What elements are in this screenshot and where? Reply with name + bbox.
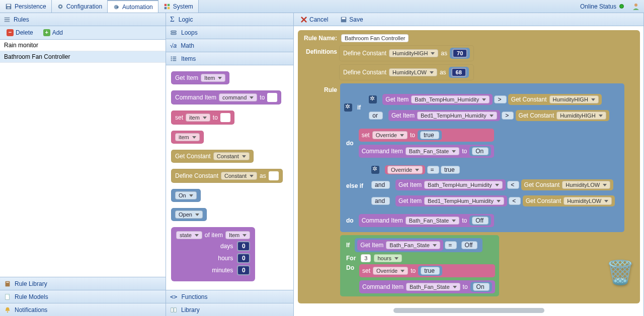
dropdown-var[interactable]: Override: [372, 131, 408, 139]
palette-blocks[interactable]: Get Item Item Command Item command to se…: [166, 65, 293, 290]
editor-canvas[interactable]: Rule Name: Bathroom Fan Controller Defin…: [294, 26, 643, 316]
delete-button[interactable]: − Delete: [3, 28, 37, 38]
block-set[interactable]: set item to: [171, 111, 234, 125]
dropdown-open[interactable]: Open: [175, 210, 203, 219]
val-true[interactable]: true: [441, 166, 460, 174]
add-button[interactable]: + Add: [40, 28, 66, 38]
get-item[interactable]: Get ItemBed1_TempHum_Humidity: [388, 110, 500, 121]
op-lt[interactable]: <: [509, 197, 521, 205]
cmd-fan-off[interactable]: Command Item Bath_Fan_State to Off: [359, 214, 494, 227]
save-button[interactable]: Save: [337, 15, 366, 25]
block-get-constant[interactable]: Get Constant Constant: [171, 150, 254, 163]
for-num[interactable]: 3: [361, 254, 371, 262]
dropdown-item[interactable]: Bed1_TempHum_Humidity: [424, 197, 504, 205]
nav-rule-models[interactable]: Rule Models: [0, 290, 166, 303]
get-const[interactable]: Get ConstantHumidityHIGH: [508, 94, 602, 105]
timer-block[interactable]: If Get ItemBath_Fan_State = Off For 3 ho…: [340, 235, 499, 296]
block-state[interactable]: state of item Item days0 hours0 minutes0: [171, 227, 255, 281]
op-and[interactable]: and: [371, 197, 390, 205]
compare-row[interactable]: Override = true: [382, 164, 462, 176]
dropdown-state[interactable]: state: [176, 231, 202, 239]
val-on[interactable]: On: [473, 283, 490, 291]
set-override[interactable]: set Override to true: [359, 129, 495, 142]
num-input[interactable]: 0: [237, 241, 250, 251]
dropdown-item[interactable]: item: [175, 133, 200, 141]
val-true[interactable]: true: [421, 267, 440, 275]
rulename-input[interactable]: Bathroom Fan Controller: [341, 34, 409, 42]
get-item[interactable]: Get ItemBath_Fan_State: [357, 240, 443, 251]
user-menu[interactable]: [628, 0, 644, 13]
or-group[interactable]: Get ItemBath_TempHum_Humidity > Get Cons…: [366, 88, 614, 127]
gear-icon[interactable]: [371, 166, 379, 174]
dropdown-item[interactable]: Item: [225, 231, 250, 239]
num-input[interactable]: 68: [451, 68, 466, 77]
compare-row[interactable]: Get ItemBath_TempHum_Humidity < Get Cons…: [393, 178, 616, 192]
block-slot[interactable]: [220, 113, 230, 122]
dropdown-item[interactable]: Item: [201, 74, 225, 82]
dropdown-constant[interactable]: Constant: [221, 172, 257, 180]
tab-system[interactable]: System: [158, 0, 199, 13]
dropdown-item[interactable]: Bath_Fan_State: [406, 217, 460, 225]
dropdown-constant[interactable]: Constant: [213, 152, 250, 160]
val-off[interactable]: Off: [461, 241, 478, 249]
cat-library[interactable]: Library: [166, 303, 293, 316]
cat-math[interactable]: √aMath: [166, 39, 293, 52]
rule-item-bathroom[interactable]: Bathroom Fan Controller: [0, 51, 166, 63]
dropdown-const[interactable]: HumidityHIGH: [556, 112, 606, 120]
dropdown-item[interactable]: Bath_TempHum_Humidity: [424, 181, 503, 189]
get-const[interactable]: Get ConstantHumidityHIGH: [516, 110, 609, 121]
cat-functions[interactable]: <> Functions: [166, 290, 293, 303]
block-define-constant[interactable]: Define Constant Constant as: [171, 169, 283, 183]
val-off[interactable]: Off: [472, 217, 489, 225]
cat-loops[interactable]: Loops: [166, 26, 293, 39]
block-slot[interactable]: [267, 93, 277, 102]
if-block[interactable]: if Get ItemBath_TempHum_Humidity > Get C…: [340, 83, 624, 232]
op-and[interactable]: and: [371, 181, 390, 189]
dropdown-item[interactable]: Bath_Fan_State: [386, 241, 440, 249]
dropdown-item[interactable]: Bed1_TempHum_Humidity: [417, 112, 497, 120]
num-input[interactable]: 70: [452, 49, 467, 58]
op-gt[interactable]: >: [502, 112, 514, 120]
get-item[interactable]: Get ItemBed1_TempHum_Humidity: [395, 195, 507, 206]
nav-notifications[interactable]: Notifications: [0, 303, 166, 316]
gear-icon[interactable]: [344, 103, 352, 112]
dropdown-unit[interactable]: hours: [374, 254, 402, 262]
set-override[interactable]: set Override to true: [359, 264, 495, 277]
block-on[interactable]: On: [171, 189, 201, 202]
get-const[interactable]: Get ConstantHumidityLOW: [521, 179, 614, 190]
get-item[interactable]: Get ItemBath_TempHum_Humidity: [382, 94, 493, 105]
compare-row[interactable]: Get ItemBath_TempHum_Humidity > Get Cons…: [380, 92, 604, 107]
def-const-low[interactable]: Define Constant HumidityLOW as 68: [339, 64, 474, 80]
rule-item-rain[interactable]: Rain monitor: [0, 40, 166, 51]
def-const-high[interactable]: Define Constant HumidityHIGH as 70: [339, 45, 474, 61]
cmd-fan-on[interactable]: Command Item Bath_Fan_State to On: [359, 145, 495, 158]
tab-automation[interactable]: Automation: [108, 0, 158, 13]
get-item[interactable]: Get ItemBath_TempHum_Humidity: [395, 179, 506, 190]
cmd-fan-on[interactable]: Command Item Bath_Fan_State to On: [359, 280, 495, 293]
cat-items[interactable]: Items: [166, 52, 293, 65]
compare-row[interactable]: Get ItemBed1_TempHum_Humidity > Get Cons…: [386, 109, 612, 123]
dropdown-item[interactable]: Bath_Fan_State: [406, 147, 460, 155]
dropdown-item[interactable]: item: [186, 114, 210, 122]
num-input[interactable]: 0: [237, 265, 250, 275]
dropdown-const[interactable]: HumidityLOW: [564, 197, 612, 205]
rule-definition-block[interactable]: Rule Name: Bathroom Fan Controller Defin…: [298, 30, 640, 303]
dropdown-item[interactable]: Bath_Fan_State: [406, 283, 460, 291]
dropdown-on[interactable]: On: [175, 191, 197, 199]
trash-icon[interactable]: 🗑️: [606, 259, 634, 286]
nav-rule-library[interactable]: Rule Library: [0, 277, 166, 290]
and-group[interactable]: Override = true and Get ItemBath_TempHum…: [368, 160, 620, 212]
tab-persistence[interactable]: Persistence: [0, 0, 52, 13]
cancel-button[interactable]: Cancel: [297, 15, 332, 25]
dropdown-command[interactable]: command: [219, 93, 257, 101]
op-lt[interactable]: <: [507, 181, 519, 189]
dropdown-const[interactable]: HumidityHIGH: [389, 49, 438, 57]
compare-row[interactable]: Get ItemBath_Fan_State = Off: [355, 238, 482, 252]
op-or[interactable]: or: [369, 112, 383, 120]
val-on[interactable]: On: [472, 147, 489, 155]
dropdown-item[interactable]: Bath_TempHum_Humidity: [411, 95, 490, 103]
block-command-item[interactable]: Command Item command to: [171, 90, 281, 104]
dropdown-const[interactable]: HumidityLOW: [562, 181, 610, 189]
val-true[interactable]: true: [420, 131, 439, 139]
block-slot[interactable]: [269, 171, 279, 180]
